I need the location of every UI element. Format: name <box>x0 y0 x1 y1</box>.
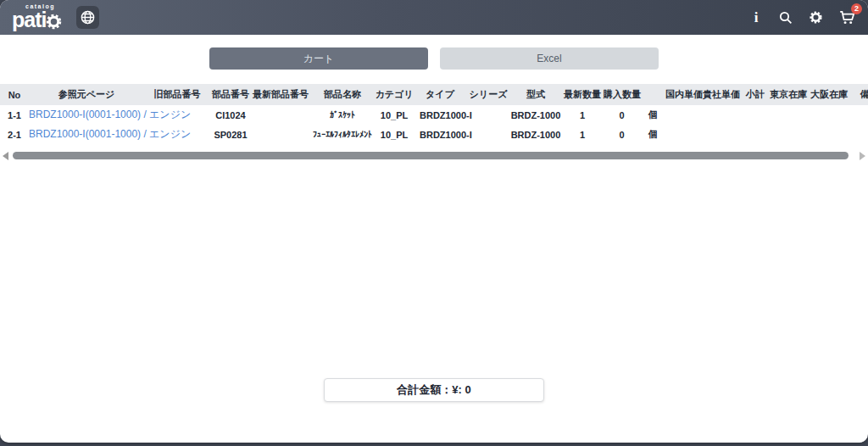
col-type: タイプ <box>414 84 466 105</box>
cell-newest-part-no <box>251 125 310 144</box>
cell-latest-qty: 1 <box>561 105 604 125</box>
col-no: No <box>0 84 29 105</box>
cell-purchase-qty: 0 <box>604 105 640 125</box>
search-button[interactable] <box>776 8 795 28</box>
col-part-no: 部品番号 <box>210 84 251 105</box>
cell-company-price <box>702 125 741 144</box>
cell-series <box>466 105 510 125</box>
cart-button[interactable]: 2 <box>837 8 856 28</box>
top-navbar: catalog pati i <box>0 0 868 35</box>
cell-ref-page: BRDZ1000-I(0001-1000) / エンジン <box>29 125 144 144</box>
col-osaka-stock: 大阪在庫 <box>805 84 853 105</box>
cart-items-table: No 参照元ページ 旧部品番号 部品番号 最新部品番号 部品名称 カテゴリ タイ… <box>0 84 868 144</box>
table-header-row: No 参照元ページ 旧部品番号 部品番号 最新部品番号 部品名称 カテゴリ タイ… <box>0 84 868 105</box>
topbar-actions: i <box>747 8 856 28</box>
cell-subtotal <box>741 125 770 144</box>
cell-domestic-price <box>665 125 702 144</box>
cell-type: BRDZ1000-I <box>414 125 466 144</box>
col-model: 型式 <box>510 84 561 105</box>
cell-unit: 個 <box>640 125 665 144</box>
col-series: シリーズ <box>466 84 510 105</box>
col-part-name: 部品名称 <box>310 84 375 105</box>
scroll-left-arrow-icon[interactable] <box>3 152 8 160</box>
cell-subtotal <box>741 105 770 125</box>
cell-latest-qty: 1 <box>561 125 604 144</box>
globe-icon <box>80 9 96 25</box>
cell-no: 1-1 <box>0 105 29 125</box>
scrollbar-track[interactable] <box>11 152 857 159</box>
cell-part-no: SP0281 <box>210 125 251 144</box>
col-purchase-qty: 購入数量 <box>604 84 640 105</box>
settings-button[interactable] <box>806 8 825 28</box>
col-newest-part-no: 最新部品番号 <box>251 84 310 105</box>
cell-tokyo-stock <box>770 105 805 125</box>
logo-catalog-text: catalog <box>25 3 55 9</box>
scroll-right-arrow-icon[interactable] <box>860 152 865 160</box>
total-amount-box: 合計金額：¥: 0 <box>324 378 544 402</box>
cell-note <box>853 105 868 125</box>
scrollbar-thumb[interactable] <box>13 152 849 159</box>
cart-count-badge: 2 <box>851 3 862 14</box>
cart-tab-button[interactable]: カート <box>209 47 428 70</box>
col-ref-page: 参照元ページ <box>29 84 144 105</box>
cell-series <box>466 125 510 144</box>
col-category: カテゴリ <box>375 84 414 105</box>
ref-page-link[interactable]: BRDZ1000-I(0001-1000) / エンジン <box>29 128 191 140</box>
app-window: catalog pati i <box>0 0 868 443</box>
table-row: 2-1 BRDZ1000-I(0001-1000) / エンジン SP0281 … <box>0 125 868 144</box>
col-old-part-no: 旧部品番号 <box>144 84 210 105</box>
horizontal-scrollbar <box>0 151 868 160</box>
app-logo[interactable]: catalog pati <box>12 4 63 31</box>
col-unit <box>640 84 665 105</box>
gear-icon <box>809 10 823 25</box>
cell-note <box>853 125 868 144</box>
cell-category: 10_PL <box>375 125 414 144</box>
total-amount-label: 合計金額：¥: 0 <box>397 382 470 398</box>
cell-domestic-price <box>665 105 702 125</box>
cell-part-name: ﾌｭｰｴﾙﾌｨﾙﾀｴﾚﾒﾝﾄ <box>310 125 375 144</box>
ref-page-link[interactable]: BRDZ1000-I(0001-1000) / エンジン <box>29 109 191 120</box>
col-latest-qty: 最新数量 <box>561 84 604 105</box>
excel-export-button[interactable]: Excel <box>440 47 659 70</box>
table-row: 1-1 BRDZ1000-I(0001-1000) / エンジン CI1024 … <box>0 105 868 125</box>
cell-company-price <box>702 105 741 125</box>
cell-part-no: CI1024 <box>210 105 251 125</box>
cell-osaka-stock <box>805 105 853 125</box>
col-domestic-price: 国内単価 <box>665 84 702 105</box>
cell-osaka-stock <box>805 125 853 144</box>
cell-type: BRDZ1000-I <box>414 105 466 125</box>
search-icon <box>778 10 793 25</box>
cell-purchase-qty: 0 <box>604 125 640 144</box>
cell-unit: 個 <box>640 105 665 125</box>
cart-items-table-wrap: No 参照元ページ 旧部品番号 部品番号 最新部品番号 部品名称 カテゴリ タイ… <box>0 84 868 144</box>
col-tokyo-stock: 東京在庫 <box>770 84 805 105</box>
info-icon: i <box>754 9 759 26</box>
col-subtotal: 小計 <box>741 84 770 105</box>
cell-tokyo-stock <box>770 125 805 144</box>
info-button[interactable]: i <box>747 8 765 28</box>
cell-newest-part-no <box>251 105 310 125</box>
col-company-price: 貴社単価 <box>702 84 741 105</box>
cell-no: 2-1 <box>0 125 29 144</box>
cell-model: BRDZ-1000 <box>510 125 561 144</box>
cell-model: BRDZ-1000 <box>510 105 561 125</box>
cell-part-name: ｶﾞｽｹｯﾄ <box>310 105 375 125</box>
cell-category: 10_PL <box>375 105 414 125</box>
view-toggle-row: カート Excel <box>0 47 868 70</box>
cell-ref-page: BRDZ1000-I(0001-1000) / エンジン <box>29 105 144 125</box>
language-globe-button[interactable] <box>76 6 99 29</box>
logo-gear-icon <box>45 13 63 31</box>
col-note: 備考 <box>853 84 868 105</box>
